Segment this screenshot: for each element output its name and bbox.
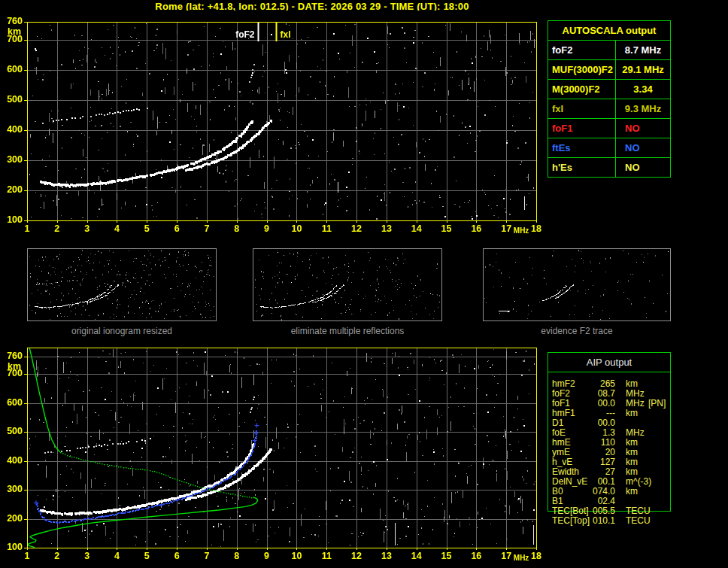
parameter-value: NO	[616, 158, 670, 177]
autoscala-program-screen: Rome (lat: +41.8, lon: 012.5) - DATE: 20…	[0, 0, 728, 568]
aip-unit: km	[626, 409, 638, 418]
parameter-value: 9.3 MHz	[616, 99, 670, 118]
parameter-value: 3.34	[616, 80, 670, 99]
aip-row-yme: ymE20km	[552, 448, 687, 457]
aip-unit: km	[626, 487, 638, 497]
autoscala-row-fof2: foF28.7 MHz	[548, 41, 670, 60]
aip-row-hme: hmE110km	[552, 438, 687, 448]
autoscala-row-fof1: foF1NO	[548, 119, 670, 138]
aip-row-fof2: foF208.7MHz	[552, 389, 687, 399]
parameter-label: MUF(3000)F2	[548, 60, 616, 79]
parameter-value: 29.1 MHz	[616, 60, 670, 79]
parameter-label: M(3000)F2	[548, 80, 616, 99]
aip-unit: TECU	[626, 516, 651, 526]
thumbnail-caption-eliminate: eliminate multiple reflections	[253, 326, 442, 336]
thumbnail-original-ionogram	[27, 248, 217, 321]
autoscala-table-header: AUTOSCALA output	[548, 21, 670, 41]
bottom-ionogram-plot	[0, 337, 545, 568]
aip-row-delnve: DelN_vE00.1m^(-3)	[552, 477, 687, 487]
top-ionogram-plot	[0, 11, 545, 238]
autoscala-row-m3000f2: M(3000)F23.34	[548, 80, 670, 99]
thumbnail-evidence-f2-trace	[483, 248, 671, 321]
parameter-label: h'Es	[548, 158, 616, 177]
aip-row-b0: B0074.0km	[552, 487, 687, 497]
aip-row-tectop: TEC[Top]010.1TECU	[552, 516, 687, 526]
parameter-label: foF2	[548, 41, 616, 59]
parameter-label: fxI	[548, 99, 616, 118]
parameter-label: foF1	[548, 119, 616, 138]
aip-label: TEC[Top]	[552, 516, 590, 526]
aip-row-foe: foE1.3MHz	[552, 428, 687, 438]
parameter-value: 8.7 MHz	[616, 41, 670, 59]
aip-table-header: AIP output	[548, 353, 670, 372]
autoscala-row-muf3000f2: MUF(3000)F229.1 MHz	[548, 60, 670, 80]
autoscala-row-hes: h'EsNO	[548, 158, 670, 177]
aip-row-hmf1: hmF1---km	[552, 409, 687, 418]
aip-row-hmf2: hmF2265km	[552, 379, 687, 389]
thumbnail-caption-evidence: evidence F2 trace	[483, 326, 671, 336]
aip-value: 010.1	[585, 516, 615, 526]
autoscala-table-rows: foF28.7 MHzMUF(3000)F229.1 MHzM(3000)F23…	[548, 41, 670, 177]
autoscala-output-table: AUTOSCALA output foF28.7 MHzMUF(3000)F22…	[548, 20, 671, 178]
aip-note: [PN]	[648, 399, 666, 409]
autoscala-row-ftes: ftEsNO	[548, 138, 670, 158]
thumbnail-eliminate-reflections	[253, 248, 442, 321]
autoscala-row-fxi: fxI9.3 MHz	[548, 99, 670, 119]
thumbnail-caption-original: original ionogram resized	[27, 326, 217, 336]
parameter-label: ftEs	[548, 138, 616, 157]
parameter-value: NO	[616, 119, 670, 138]
aip-row-d1: D100.0	[552, 418, 687, 428]
parameter-value: NO	[616, 138, 670, 157]
